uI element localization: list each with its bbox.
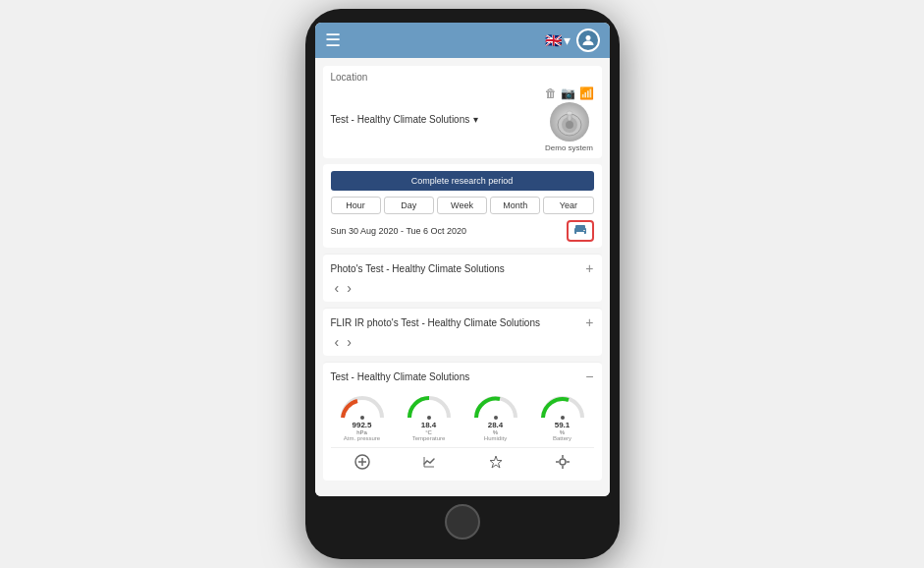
flir-header: FLIR IR photo's Test - Healthy Climate S…	[331, 314, 594, 330]
gauge-battery-value: 59.1	[555, 421, 571, 429]
time-tabs: Hour Day Week Month Year	[331, 197, 594, 214]
svg-point-11	[427, 416, 431, 420]
data-section: Test - Healthy Climate Solutions −	[323, 362, 602, 481]
photos-add-button[interactable]: +	[585, 260, 593, 276]
period-section: Complete research period Hour Day Week M…	[323, 164, 602, 248]
data-header: Test - Healthy Climate Solutions −	[331, 369, 594, 384]
main-content: Location Test - Healthy Climate Solution…	[315, 58, 610, 496]
gauge-temperature: 18.4 °C Temperature	[398, 390, 461, 441]
language-button[interactable]: 🇬🇧 ▾	[545, 32, 571, 48]
location-dropdown-arrow: ▾	[473, 114, 478, 125]
svg-point-5	[567, 111, 572, 115]
complete-period-button[interactable]: Complete research period	[331, 171, 594, 191]
gauge-battery-dial	[537, 390, 588, 420]
svg-point-0	[585, 35, 590, 40]
flir-prev-button[interactable]: ‹	[335, 334, 340, 350]
flir-section: FLIR IR photo's Test - Healthy Climate S…	[323, 308, 602, 356]
location-select[interactable]: Test - Healthy Climate Solutions ▾	[331, 114, 479, 125]
location-right: 🗑 📷 📶	[545, 86, 594, 152]
date-range-text: Sun 30 Aug 2020 - Tue 6 Oct 2020	[331, 226, 467, 236]
gauges-row: 992.5 hPa Atm. pressure	[331, 390, 594, 441]
svg-point-3	[566, 121, 573, 129]
flir-nav: ‹ ›	[331, 334, 594, 350]
top-bar-right: 🇬🇧 ▾	[545, 28, 600, 52]
flir-add-button[interactable]: +	[585, 314, 593, 330]
hamburger-icon[interactable]: ☰	[325, 29, 341, 51]
data-title: Test - Healthy Climate Solutions	[331, 371, 470, 382]
svg-point-13	[561, 416, 565, 420]
photos-next-button[interactable]: ›	[347, 280, 352, 296]
gauge-temperature-value: 18.4	[421, 421, 437, 429]
top-bar: ☰ 🇬🇧 ▾	[315, 23, 610, 58]
gauge-humidity-value: 28.4	[488, 421, 504, 429]
data-icon-1[interactable]	[353, 452, 372, 475]
data-icon-3[interactable]	[486, 452, 506, 475]
location-value: Test - Healthy Climate Solutions	[331, 114, 470, 125]
location-row: Test - Healthy Climate Solutions ▾ 🗑 📷 📶	[331, 86, 594, 152]
photos-prev-button[interactable]: ‹	[335, 280, 340, 296]
location-section: Location Test - Healthy Climate Solution…	[323, 66, 602, 158]
camera-icon[interactable]: 📷	[561, 86, 575, 100]
gauge-battery-label: Battery	[553, 435, 571, 441]
tab-month[interactable]: Month	[490, 197, 540, 214]
gauge-battery: 59.1 % Battery	[531, 390, 594, 441]
user-avatar[interactable]	[576, 28, 600, 52]
demo-label: Demo system	[545, 143, 593, 152]
trash-icon[interactable]: 🗑	[545, 86, 557, 100]
gauge-humidity: 28.4 % Humidity	[464, 390, 527, 441]
location-icons: 🗑 📷 📶	[545, 86, 594, 100]
tab-day[interactable]: Day	[384, 197, 434, 214]
tab-year[interactable]: Year	[543, 197, 593, 214]
data-collapse-button[interactable]: −	[585, 369, 593, 384]
svg-rect-8	[576, 232, 584, 236]
gauge-temperature-label: Temperature	[412, 435, 446, 441]
gauge-pressure-label: Atm. pressure	[344, 435, 380, 441]
photos-header: Photo's Test - Healthy Climate Solutions…	[331, 260, 594, 276]
gauge-pressure-value: 992.5	[352, 421, 371, 429]
tab-hour[interactable]: Hour	[331, 197, 381, 214]
phone-device: ☰ 🇬🇧 ▾ Location	[305, 9, 620, 559]
svg-point-19	[560, 459, 566, 465]
device-image	[550, 102, 589, 142]
gauge-pressure-dial	[337, 390, 388, 420]
wifi-icon[interactable]: 📶	[579, 86, 594, 100]
data-icon-4[interactable]	[553, 452, 572, 475]
data-bottom-icons	[331, 447, 594, 475]
svg-point-10	[360, 416, 364, 420]
flag-dropdown-arrow: ▾	[564, 32, 571, 48]
date-row: Sun 30 Aug 2020 - Tue 6 Oct 2020	[331, 220, 594, 242]
print-button[interactable]	[567, 220, 594, 242]
photos-section: Photo's Test - Healthy Climate Solutions…	[323, 254, 602, 302]
photos-nav: ‹ ›	[331, 280, 594, 296]
phone-screen: ☰ 🇬🇧 ▾ Location	[315, 23, 610, 496]
flag-icon: 🇬🇧	[545, 32, 562, 48]
svg-point-12	[494, 416, 498, 420]
tab-week[interactable]: Week	[437, 197, 487, 214]
svg-rect-9	[583, 230, 585, 231]
gauge-pressure: 992.5 hPa Atm. pressure	[331, 390, 394, 441]
home-button[interactable]	[445, 504, 480, 540]
location-label: Location	[331, 72, 594, 83]
data-icon-2[interactable]	[419, 452, 439, 475]
gauge-humidity-label: Humidity	[484, 435, 507, 441]
flir-title: FLIR IR photo's Test - Healthy Climate S…	[331, 317, 540, 328]
photos-title: Photo's Test - Healthy Climate Solutions	[331, 263, 505, 274]
gauge-humidity-dial	[470, 390, 521, 420]
flir-next-button[interactable]: ›	[347, 334, 352, 350]
gauge-temperature-dial	[404, 390, 455, 420]
